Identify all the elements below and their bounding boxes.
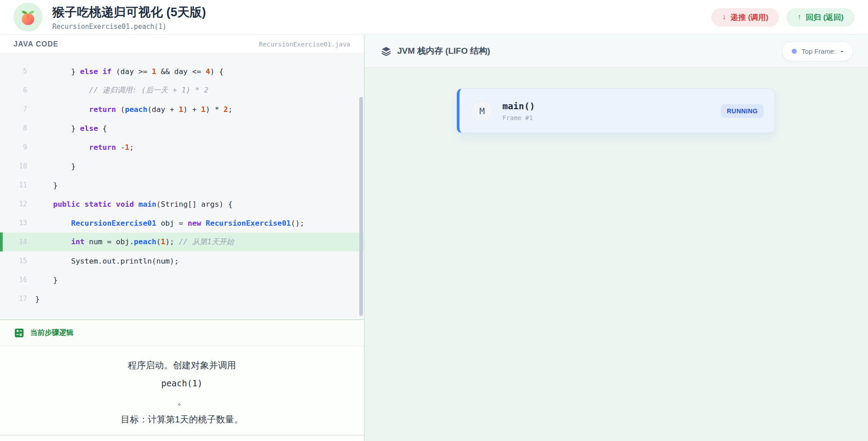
- code-text: System.out.println(num);: [35, 257, 179, 265]
- stack-frame-card[interactable]: Mmain()Frame #1RUNNING: [457, 88, 775, 133]
- code-text: }: [35, 162, 75, 171]
- step-text-code: peach(1): [0, 374, 364, 392]
- frame-number: Frame #1: [502, 114, 535, 121]
- code-text: }: [35, 295, 40, 303]
- code-line: 11 }: [0, 176, 364, 195]
- code-line: 6 // 递归调用: (后一天 + 1) * 2: [0, 81, 364, 100]
- code-scrollbar-thumb[interactable]: [359, 97, 363, 316]
- layers-icon: [381, 46, 391, 56]
- code-line: 8 } else {: [0, 119, 364, 138]
- step-logic-content: 程序启动。创建对象并调用 peach(1) 。 目标：计算第1天的桃子数量。: [0, 346, 364, 436]
- code-line: 9 return -1;: [0, 138, 364, 157]
- stack-panel-title: JVM 栈内存 (LIFO 结构): [397, 45, 490, 57]
- code-text: return -1;: [35, 143, 134, 152]
- code-line-highlighted: 14 int num = obj.peach(1); // 从第1天开始: [0, 232, 364, 251]
- line-number: 17: [0, 295, 35, 303]
- line-number: 8: [0, 124, 35, 132]
- step-text-line3: 目标：计算第1天的桃子数量。: [0, 410, 364, 428]
- step-logic-header: 当前步骤逻辑: [0, 319, 364, 346]
- page-title: 猴子吃桃递归可视化 (5天版): [52, 4, 206, 20]
- step-logic-title: 当前步骤逻辑: [30, 328, 74, 338]
- frame-name: main(): [502, 101, 535, 111]
- code-line: 13 RecursionExercise01 obj = new Recursi…: [0, 214, 364, 232]
- code-panel-title: JAVA CODE: [14, 40, 58, 48]
- line-number: 10: [0, 162, 35, 170]
- top-frame-dot-icon: [792, 49, 797, 54]
- code-line: 7 return (peach(day + 1) + 1) * 2;: [0, 100, 364, 119]
- line-number: 9: [0, 143, 35, 151]
- code-text: return (peach(day + 1) + 1) * 2;: [35, 105, 232, 114]
- stack-panel-header: JVM 栈内存 (LIFO 结构) Top Frame: -: [365, 35, 868, 68]
- code-text: // 递归调用: (后一天 + 1) * 2: [35, 85, 209, 95]
- top-frame-label: Top Frame:: [802, 47, 836, 55]
- code-filename: RecursionExercise01.java: [259, 41, 350, 48]
- left-panel-filler: [0, 436, 364, 441]
- line-number: 14: [3, 238, 35, 246]
- peach-icon: [19, 8, 37, 27]
- code-text: public static void main(String[] args) {: [35, 200, 232, 209]
- recurse-call-button[interactable]: ↓ 递推 (调用): [711, 8, 780, 27]
- code-line: 15 System.out.println(num);: [0, 251, 364, 270]
- top-frame-badge: Top Frame: -: [782, 41, 853, 61]
- frame-avatar: M: [471, 100, 493, 122]
- stack-frames-area: Mmain()Frame #1RUNNING: [365, 68, 868, 441]
- step-text-line2: 。: [0, 392, 364, 410]
- code-editor: 5 } else if (day >= 1 && day <= 4) {6 //…: [0, 54, 364, 319]
- code-text: }: [35, 276, 58, 284]
- code-line: 12 public static void main(String[] args…: [0, 195, 364, 214]
- app-header: 猴子吃桃递归可视化 (5天版) RecursionExercise01.peac…: [0, 0, 868, 35]
- code-text: RecursionExercise01 obj = new RecursionE…: [35, 219, 304, 227]
- line-number: 11: [0, 181, 35, 189]
- line-number: 6: [0, 86, 35, 94]
- code-panel: JAVA CODE RecursionExercise01.java 5 } e…: [0, 35, 364, 441]
- recurse-call-label: 递推 (调用): [730, 12, 768, 23]
- frame-status-badge: RUNNING: [721, 104, 764, 118]
- code-text: } else {: [35, 124, 107, 133]
- code-line: 10 }: [0, 157, 364, 176]
- peach-logo: [14, 3, 42, 32]
- code-text: }: [35, 181, 58, 190]
- arrow-up-icon: ↑: [797, 13, 801, 22]
- frame-texts: main()Frame #1: [502, 101, 535, 121]
- header-titles: 猴子吃桃递归可视化 (5天版) RecursionExercise01.peac…: [52, 4, 206, 31]
- top-frame-value: -: [841, 47, 843, 55]
- return-button[interactable]: ↑ 回归 (返回): [786, 8, 854, 27]
- step-text-line1: 程序启动。创建对象并调用: [0, 356, 364, 374]
- line-number: 12: [0, 200, 35, 208]
- line-number: 15: [0, 257, 35, 265]
- page-subtitle: RecursionExercise01.peach(1): [52, 23, 206, 31]
- code-text: } else if (day >= 1 && day <= 4) {: [35, 67, 223, 76]
- code-panel-header: JAVA CODE RecursionExercise01.java: [0, 35, 364, 54]
- code-line: 17}: [0, 289, 364, 308]
- return-label: 回归 (返回): [806, 12, 844, 23]
- arrow-down-icon: ↓: [722, 13, 726, 22]
- code-line: 5 } else if (day >= 1 && day <= 4) {: [0, 62, 364, 81]
- calculator-icon: [14, 328, 24, 338]
- line-number: 7: [0, 105, 35, 113]
- stack-panel: JVM 栈内存 (LIFO 结构) Top Frame: - Mmain()Fr…: [364, 35, 868, 441]
- line-number: 16: [0, 276, 35, 284]
- code-text: int num = obj.peach(1); // 从第1天开始: [35, 237, 234, 247]
- line-number: 5: [0, 67, 35, 75]
- line-number: 13: [0, 219, 35, 227]
- main-split: JAVA CODE RecursionExercise01.java 5 } e…: [0, 35, 868, 441]
- code-line: 16 }: [0, 270, 364, 289]
